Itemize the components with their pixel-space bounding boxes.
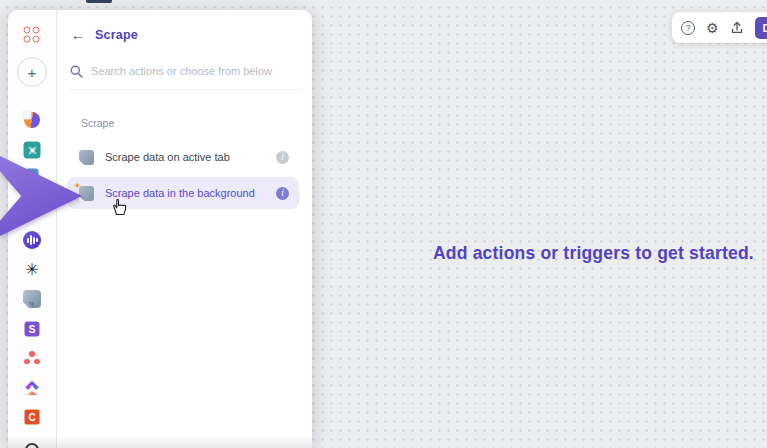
asana-icon[interactable]: [24, 351, 40, 365]
info-icon[interactable]: i: [276, 187, 289, 200]
action-item-scrape-background[interactable]: ✦ Scrape data in the background i: [67, 177, 299, 209]
search-icon: [70, 65, 83, 78]
background-window-sliver: [86, 0, 112, 3]
note-app-icon[interactable]: [23, 290, 41, 308]
section-label: Scrape: [81, 117, 114, 129]
c-app-icon[interactable]: C: [25, 410, 40, 425]
annotation-arrow: [0, 156, 82, 236]
canvas-empty-state-text: Add actions or triggers to get started.: [433, 243, 754, 264]
help-button[interactable]: ?: [681, 21, 695, 35]
openai-icon[interactable]: ✳: [25, 262, 38, 278]
action-item-scrape-active-tab[interactable]: Scrape data on active tab i: [67, 141, 299, 173]
hand-pointer-cursor: [111, 197, 128, 216]
share-upload-icon[interactable]: [730, 21, 744, 35]
add-button[interactable]: +: [17, 57, 47, 87]
page-title: Scrape: [95, 28, 138, 42]
action-label: Scrape data in the background: [105, 187, 276, 199]
deploy-button[interactable]: D: [755, 17, 767, 39]
action-label: Scrape data on active tab: [105, 151, 276, 163]
info-icon[interactable]: i: [276, 151, 289, 164]
colorwheel-app-icon[interactable]: [24, 112, 40, 128]
search-input[interactable]: Search actions or choose from below: [70, 61, 300, 81]
back-button[interactable]: ←: [70, 27, 86, 43]
s-app-icon[interactable]: S: [25, 322, 40, 337]
apps-grid-icon[interactable]: [24, 27, 41, 44]
top-toolbar: ? ⚙ D: [672, 12, 767, 43]
search-placeholder: Search actions or choose from below: [91, 65, 272, 77]
settings-gear-icon[interactable]: ⚙: [706, 21, 719, 35]
divider: [70, 89, 300, 90]
clickup-icon[interactable]: [24, 380, 40, 396]
plus-icon: +: [17, 57, 47, 87]
partial-app-icon[interactable]: [25, 443, 39, 448]
annotation-arrow-shape: [0, 156, 82, 236]
